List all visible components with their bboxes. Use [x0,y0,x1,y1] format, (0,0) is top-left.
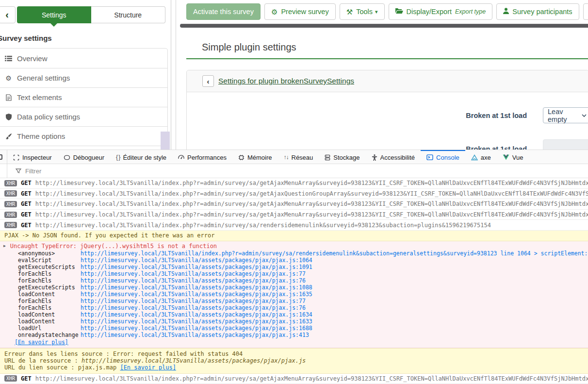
frame-location-link[interactable]: http://limesurvey.local/3LTSvanilla/asse… [81,257,312,264]
preview-survey-button[interactable]: ⚙ Preview survey [264,3,336,20]
activate-survey-button[interactable]: Activate this survey [186,3,261,20]
broken-setting-input[interactable] [543,139,588,150]
sidebar-item-text-elements[interactable]: Text elements [0,87,167,107]
console-xhr-row: XHR GET http://limesurvey.local/3LTSvani… [0,374,588,384]
brush-icon [4,133,13,140]
display-export-button[interactable]: Display/Export Export type [389,3,493,20]
frame-location-link[interactable]: http://limesurvey.local/3LTSvanilla/asse… [81,332,309,338]
tab-debogueur[interactable]: Débogueur [58,150,110,164]
page-title: Simple plugin settings [202,42,296,53]
frame-location-link[interactable]: http://limesurvey.local/3LTSvanilla/asse… [81,298,306,304]
sidebar-collapse-button[interactable]: ‹ [0,6,16,23]
frame-location-link[interactable]: http://limesurvey.local/3LTSvanilla/asse… [81,311,312,318]
sourcemap-link-line: URL du lien source : pjax.js.map [En sav… [4,364,588,371]
request-url-link[interactable]: http://limesurvey.local/3LTSvanilla/inde… [35,375,588,382]
plugin-back-button[interactable]: ‹ [202,75,214,87]
expand-arrow-icon[interactable]: ▶ [3,244,6,248]
frame-location-link[interactable]: http://limesurvey.local/3LTSvanilla/asse… [81,325,312,332]
error-message-row: ▶ Uncaught TypeError: jQuery(...).wysiht… [0,242,588,250]
frame-location-link[interactable]: http://limesurvey.local/3LTSvanilla/asse… [81,264,312,270]
console-error-block: ▶ Uncaught TypeError: jQuery(...).wysiht… [0,241,588,348]
frame-function: getExecuteScripts [18,264,81,270]
http-method: GET [21,375,32,382]
tab-label: Stockage [333,154,359,161]
debugger-icon [64,155,70,160]
console-filter-bar: Filtrer [0,164,588,178]
learn-more-link[interactable]: [En savoir plus] [15,339,588,346]
stack-frame: loadContenthttp://limesurvey.local/3LTSv… [0,318,588,325]
request-url-link[interactable]: http://limesurvey.local/3LTSvanilla/inde… [35,222,491,229]
frame-location-link[interactable]: http://limesurvey.local/3LTSvanilla/asse… [81,277,306,284]
devtools-tab-overflow[interactable] [0,150,7,164]
select-value: Leav empty [548,108,582,123]
learn-more-link[interactable]: [En savoir plus] [120,364,176,371]
frame-location-link[interactable]: http://limesurvey.local/3LTSvanilla/asse… [81,291,312,298]
tab-axe[interactable]: axe [465,150,497,164]
preview-survey-label: Preview survey [281,8,328,16]
tab-label: axe [481,154,491,161]
axe-logo-icon [471,154,478,161]
xhr-badge: XHR [4,212,17,218]
sidebar-item-general-settings[interactable]: ⚙ General settings [0,68,167,87]
survey-participants-button[interactable]: Survey participants [496,3,579,20]
frame-location-link[interactable]: http://limesurvey.local/3LTSvanilla/asse… [81,284,312,291]
resource-url: http://limesurvey.local/3LTSvanilla/asse… [82,357,306,364]
frame-function: <anonymous> [18,250,81,257]
http-method: GET [21,200,32,207]
filter-funnel-icon [16,168,21,174]
sidebar-item-theme-options[interactable]: Theme options [0,126,167,146]
devtools-panel: Inspecteur Débogueur { } Éditeur de styl… [0,150,588,384]
tab-stockage[interactable]: Stockage [319,150,365,164]
activate-survey-label: Activate this survey [193,8,254,16]
request-url-link[interactable]: http://limesurvey.local/3LTSvanilla/inde… [35,200,588,207]
filter-gutter [0,164,7,178]
memory-chip-icon [238,154,245,161]
request-url-link[interactable]: http://limesurvey.local/3LTSvanilla/inde… [35,190,588,197]
chevron-down-icon [582,114,587,117]
xhr-badge: XHR [4,190,17,197]
console-filter-input[interactable]: Filtrer [7,167,41,175]
xhr-badge: XHR [4,180,17,186]
tab-label: Réseau [292,154,313,161]
tab-reseau[interactable]: ↑↓ Réseau [278,150,319,164]
tab-label: Vue [512,154,523,161]
tab-structure[interactable]: Structure [91,6,166,23]
tab-accessibilite[interactable]: Accessibilité [366,150,421,164]
tab-label: Performances [187,154,227,161]
tab-performances[interactable]: Performances [172,150,232,164]
http-method: GET [21,180,32,186]
tab-vue[interactable]: Vue [497,150,529,164]
console-xhr-row: XHR GET http://limesurvey.local/3LTSvani… [0,210,588,220]
request-url-link[interactable]: http://limesurvey.local/3LTSvanilla/inde… [35,180,588,186]
tab-editeur-de-style[interactable]: { } Éditeur de style [110,150,172,164]
broken-setting-select[interactable]: Leav empty [543,107,588,123]
frame-function: onreadystatechange [18,332,81,338]
sidebar-item-overview[interactable]: Overview [0,49,167,68]
stack-frame: onreadystatechangehttp://limesurvey.loca… [0,332,588,338]
console-xhr-row: XHR GET http://limesurvey.local/3LTSvani… [0,199,588,210]
request-url-link[interactable]: http://limesurvey.local/3LTSvanilla/inde… [35,211,588,218]
frame-location-link[interactable]: http://limesurvey.local/3LTSvanilla/asse… [81,270,306,277]
frame-location-link[interactable]: http://limesurvey.local/3LTSvanilla/inde… [81,250,588,257]
tab-memoire[interactable]: Mémoire [232,150,278,164]
stack-frame: evalScripthttp://limesurvey.local/3LTSva… [0,257,588,264]
stack-frame: loadContenthttp://limesurvey.local/3LTSv… [0,291,588,298]
horizontal-scrollbar-thumb[interactable] [180,24,588,28]
sourcemap-resource-line: URL de la ressource : http://limesurvey.… [4,357,588,364]
sidebar-item-data-policy[interactable]: Data policy settings [0,107,167,126]
tab-console[interactable]: Console [421,150,465,164]
tab-inspecteur[interactable]: Inspecteur [7,150,58,164]
sidebar-tab-row: ‹ Settings Structure [0,6,171,23]
plugin-settings-link[interactable]: Settings for plugin brokenSurveySettings [218,77,354,85]
console-output: XHR GET http://limesurvey.local/3LTSvani… [0,178,588,384]
sidebar-tab-group: Settings Structure [17,6,165,23]
console-xhr-row: XHR GET http://limesurvey.local/3LTSvani… [0,189,588,200]
tab-settings[interactable]: Settings [17,6,91,23]
tools-dropdown-button[interactable]: ⚒ Tools ▾ [340,3,385,20]
frame-location-link[interactable]: http://limesurvey.local/3LTSvanilla/asse… [81,318,312,325]
responses-button[interactable]: Resp [583,3,588,20]
frame-location-link[interactable]: http://limesurvey.local/3LTSvanilla/asse… [81,304,306,311]
sidebar-scrollbar-thumb[interactable] [161,132,170,150]
tab-structure-label: Structure [114,11,142,19]
survey-settings-menu: Overview ⚙ General settings Text element… [0,48,168,146]
